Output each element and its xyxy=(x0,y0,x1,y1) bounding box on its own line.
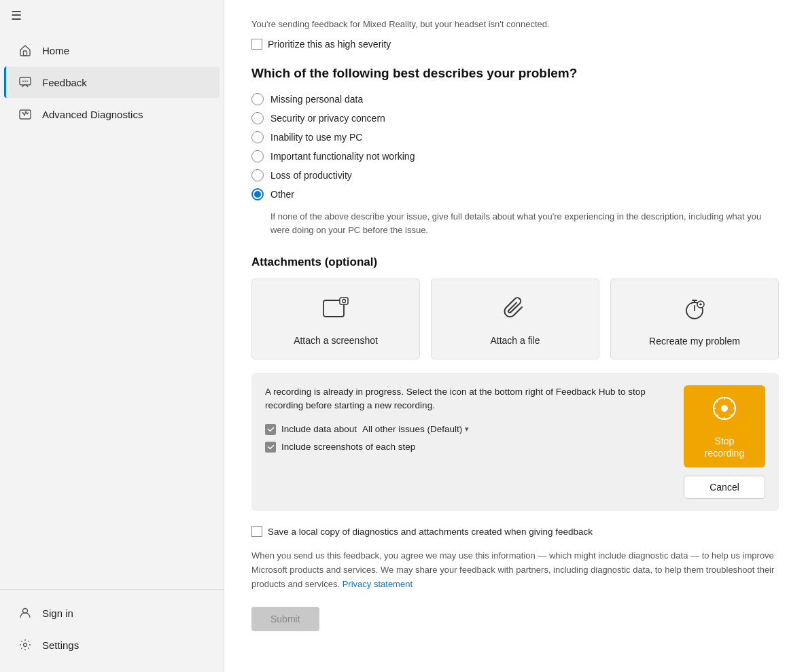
svg-rect-14 xyxy=(701,303,701,306)
main-content: You're sending feedback for Mixed Realit… xyxy=(224,0,806,672)
problem-radio-group: Missing personal data Security or privac… xyxy=(251,93,779,236)
timer-icon xyxy=(682,296,707,328)
radio-circle-functionality xyxy=(251,150,264,162)
sidebar: ☰ Home Feedback xyxy=(0,0,224,672)
save-copy-row: Save a local copy of diagnostics and att… xyxy=(251,526,779,537)
save-copy-label: Save a local copy of diagnostics and att… xyxy=(268,527,593,537)
svg-point-7 xyxy=(24,643,27,647)
radio-label-inability: Inability to use my PC xyxy=(270,132,362,143)
paperclip-icon xyxy=(503,296,527,327)
include-data-dropdown[interactable]: All other issues (Default) ▾ xyxy=(362,424,469,434)
sidebar-nav: Home Feedback Advanced Diag xyxy=(0,31,224,589)
priority-row: Prioritize this as high severity xyxy=(251,39,779,50)
include-data-value: All other issues (Default) xyxy=(362,424,462,434)
radio-label-missing: Missing personal data xyxy=(270,94,363,105)
home-icon xyxy=(18,43,33,58)
attachments-title: Attachments (optional) xyxy=(251,255,779,269)
radio-label-security: Security or privacy concern xyxy=(270,113,385,124)
radio-inability-pc[interactable]: Inability to use my PC xyxy=(251,131,779,143)
svg-rect-9 xyxy=(340,298,348,304)
diagnostics-icon xyxy=(18,107,33,122)
attach-file-card[interactable]: Attach a file xyxy=(431,279,599,359)
radio-security-privacy[interactable]: Security or privacy concern xyxy=(251,112,779,124)
info-text: You're sending feedback for Mixed Realit… xyxy=(251,19,779,29)
attach-screenshot-label: Attach a screenshot xyxy=(294,335,378,346)
stop-recording-label: Stoprecording xyxy=(705,435,744,459)
submit-button[interactable]: Submit xyxy=(251,607,319,631)
recreate-problem-label: Recreate my problem xyxy=(649,336,740,347)
svg-point-4 xyxy=(27,81,28,82)
recording-box: A recording is already in progress. Sele… xyxy=(251,373,779,511)
sidebar-item-feedback[interactable]: Feedback xyxy=(4,67,220,98)
include-screenshots-row: Include screenshots of each step xyxy=(265,442,673,453)
include-screenshots-label: Include screenshots of each step xyxy=(281,442,415,452)
sidebar-item-label-signin: Sign in xyxy=(42,607,73,619)
legal-text-content: When you send us this feedback, you agre… xyxy=(251,550,774,589)
radio-circle-productivity xyxy=(251,169,264,181)
chevron-down-icon: ▾ xyxy=(465,425,469,434)
svg-point-16 xyxy=(721,405,728,412)
feedback-icon xyxy=(18,75,33,90)
recording-text: A recording is already in progress. Sele… xyxy=(265,385,673,413)
radio-circle-security xyxy=(251,112,264,124)
sidebar-item-label-home: Home xyxy=(42,45,69,56)
svg-point-3 xyxy=(24,81,26,82)
radio-functionality[interactable]: Important functionality not working xyxy=(251,150,779,162)
problem-section-title: Which of the following best describes yo… xyxy=(251,66,779,81)
high-severity-checkbox[interactable] xyxy=(251,39,262,50)
radio-missing-personal-data[interactable]: Missing personal data xyxy=(251,93,779,105)
radio-label-productivity: Loss of productivity xyxy=(270,170,352,181)
sidebar-item-home[interactable]: Home xyxy=(4,35,220,66)
hamburger-menu[interactable]: ☰ xyxy=(0,0,224,31)
svg-rect-0 xyxy=(24,51,27,56)
stop-recording-button[interactable]: Stoprecording xyxy=(684,385,765,467)
cancel-button[interactable]: Cancel xyxy=(684,476,765,499)
sidebar-item-label-settings: Settings xyxy=(42,639,79,651)
other-hint: If none of the above describe your issue… xyxy=(270,210,779,236)
attach-file-label: Attach a file xyxy=(490,335,540,346)
radio-other[interactable]: Other xyxy=(251,188,779,200)
include-data-label: Include data about xyxy=(281,424,357,434)
legal-text: When you send us this feedback, you agre… xyxy=(251,549,779,591)
priority-label: Prioritize this as high severity xyxy=(268,39,391,50)
sidebar-item-label-diagnostics: Advanced Diagnostics xyxy=(42,109,143,120)
sidebar-item-settings[interactable]: Settings xyxy=(4,629,220,660)
radio-circle-missing xyxy=(251,93,264,105)
sidebar-item-label-feedback: Feedback xyxy=(42,77,87,88)
attachment-cards: Attach a screenshot Attach a file xyxy=(251,279,779,359)
radio-productivity[interactable]: Loss of productivity xyxy=(251,169,779,181)
privacy-link[interactable]: Privacy statement xyxy=(343,579,413,589)
radio-circle-other xyxy=(251,188,264,200)
screenshot-icon xyxy=(322,296,349,327)
stop-recording-icon xyxy=(709,393,739,429)
sidebar-item-advanced-diagnostics[interactable]: Advanced Diagnostics xyxy=(4,99,220,130)
person-icon xyxy=(18,605,33,620)
attach-screenshot-card[interactable]: Attach a screenshot xyxy=(251,279,420,359)
radio-label-functionality: Important functionality not working xyxy=(270,151,415,162)
include-data-row: Include data about All other issues (Def… xyxy=(265,424,673,435)
include-screenshots-checkbox[interactable] xyxy=(265,442,276,453)
svg-point-2 xyxy=(22,81,24,82)
gear-icon xyxy=(18,637,33,652)
save-copy-checkbox[interactable] xyxy=(251,526,262,537)
radio-label-other: Other xyxy=(270,189,294,200)
radio-circle-inability xyxy=(251,131,264,143)
sidebar-bottom: Sign in Settings xyxy=(0,589,224,672)
recreate-problem-card[interactable]: Recreate my problem xyxy=(610,279,779,359)
sidebar-item-signin[interactable]: Sign in xyxy=(4,597,220,629)
recording-info: A recording is already in progress. Sele… xyxy=(265,385,673,459)
include-data-checkbox[interactable] xyxy=(265,424,276,435)
stop-recording-col: Stoprecording Cancel xyxy=(684,385,765,499)
